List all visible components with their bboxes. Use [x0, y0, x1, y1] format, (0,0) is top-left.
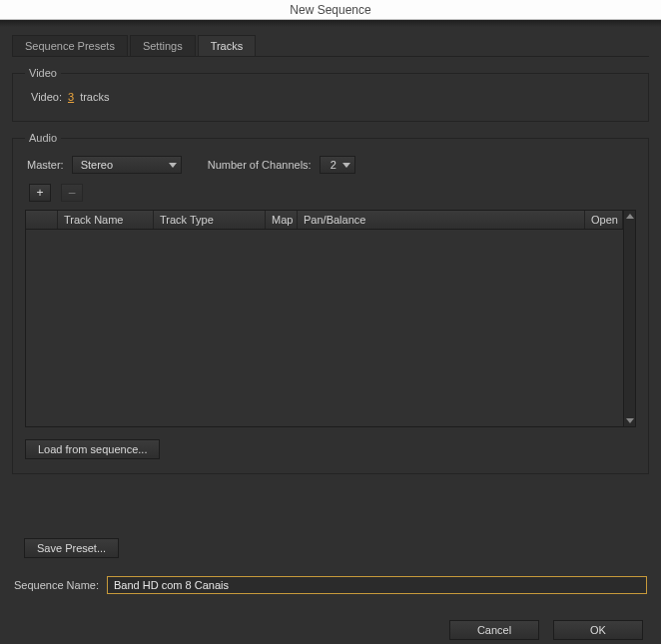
video-track-unit: tracks [80, 91, 109, 103]
audio-group: Audio Master: Stereo Number of Channels:… [12, 132, 649, 474]
sequence-name-label: Sequence Name: [14, 579, 99, 591]
tab-tracks[interactable]: Tracks [198, 35, 257, 56]
chevron-down-icon [342, 163, 350, 168]
master-value: Stereo [81, 159, 113, 171]
channels-label: Number of Channels: [208, 159, 312, 171]
master-dropdown[interactable]: Stereo [72, 156, 182, 174]
tab-sequence-presets[interactable]: Sequence Presets [12, 35, 128, 56]
sequence-name-input[interactable] [107, 576, 647, 594]
col-drag [26, 211, 58, 229]
video-legend: Video [25, 67, 61, 79]
add-track-button[interactable]: + [29, 184, 51, 202]
video-label: Video: [31, 91, 62, 103]
scroll-up-icon [626, 214, 634, 219]
col-open: Open [585, 211, 623, 229]
tab-settings[interactable]: Settings [130, 35, 196, 56]
cancel-button[interactable]: Cancel [449, 620, 539, 640]
ok-button[interactable]: OK [553, 620, 643, 640]
track-table: Track Name Track Type Map Pan/Balance Op… [25, 210, 636, 427]
col-pan-balance: Pan/Balance [298, 211, 585, 229]
dialog-body: Sequence Presets Settings Tracks Video V… [0, 27, 661, 644]
load-from-sequence-button[interactable]: Load from sequence... [25, 439, 160, 459]
col-map: Map [266, 211, 298, 229]
channels-value: 2 [330, 159, 336, 171]
save-preset-button[interactable]: Save Preset... [24, 538, 119, 558]
track-table-scrollbar[interactable] [623, 211, 635, 426]
scroll-down-icon [626, 418, 634, 423]
minus-icon: – [69, 186, 76, 200]
video-track-count[interactable]: 3 [68, 91, 74, 103]
track-table-header: Track Name Track Type Map Pan/Balance Op… [26, 211, 623, 230]
master-label: Master: [27, 159, 64, 171]
tabs-bar: Sequence Presets Settings Tracks [12, 35, 649, 57]
titlebar-shadow [0, 20, 661, 27]
window-titlebar: New Sequence [0, 0, 661, 20]
remove-track-button[interactable]: – [61, 184, 83, 202]
track-table-body [26, 230, 623, 425]
channels-dropdown[interactable]: 2 [320, 156, 355, 174]
video-group: Video Video: 3 tracks [12, 67, 649, 122]
col-track-type: Track Type [154, 211, 266, 229]
audio-legend: Audio [25, 132, 61, 144]
plus-icon: + [36, 186, 43, 200]
col-track-name: Track Name [58, 211, 154, 229]
chevron-down-icon [169, 163, 177, 168]
